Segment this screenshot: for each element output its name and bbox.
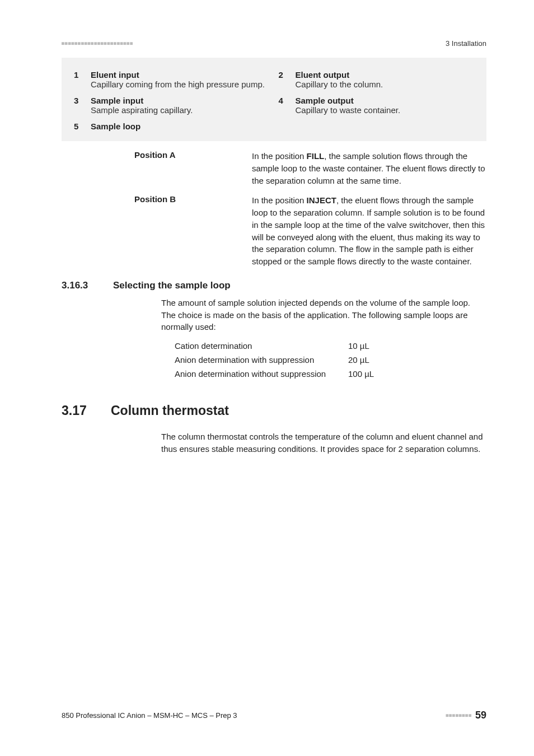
definition-cell: 2 Eluent output Capillary to the column.: [274, 67, 479, 92]
position-row: Position B In the position INJECT, the e…: [134, 194, 486, 268]
definition-title: Sample output: [296, 96, 475, 105]
position-bold: INJECT: [307, 195, 336, 205]
definition-row: 1 Eluent input Capillary coming from the…: [69, 67, 479, 92]
definitions-table: 1 Eluent input Capillary coming from the…: [62, 58, 486, 141]
definition-cell: 1 Eluent input Capillary coming from the…: [69, 67, 274, 92]
position-row: Position A In the position FILL, the sam…: [134, 150, 486, 186]
page-footer: 850 Professional IC Anion – MSM-HC – MCS…: [62, 710, 486, 721]
definition-desc: Capillary to the column.: [296, 80, 475, 89]
position-bold: FILL: [307, 151, 325, 161]
definition-number: 3: [74, 96, 84, 115]
sample-loop-table: Cation determination 10 µL Anion determi…: [62, 339, 486, 381]
definition-cell: 3 Sample input Sample aspirating capilla…: [69, 92, 274, 118]
loop-label: Anion determination without suppression: [175, 369, 348, 379]
section-title: Selecting the sample loop: [113, 280, 231, 291]
table-row: Anion determination with suppression 20 …: [175, 353, 486, 367]
definition-desc: Sample aspirating capillary.: [91, 105, 270, 115]
section-paragraph: The amount of sample solution injected d…: [62, 297, 486, 333]
footer-doc-title: 850 Professional IC Anion – MSM-HC – MCS…: [62, 711, 237, 720]
section-title: Column thermostat: [111, 403, 229, 418]
definition-number: 5: [74, 122, 84, 131]
loop-value: 10 µL: [348, 341, 369, 351]
header-dots-left: ■■■■■■■■■■■■■■■■■■■■■■: [62, 41, 133, 46]
footer-dots-icon: ■■■■■■■■: [446, 713, 472, 718]
loop-label: Cation determination: [175, 341, 348, 351]
position-text: In the position FILL, the sample solutio…: [252, 150, 486, 186]
loop-value: 100 µL: [348, 369, 374, 379]
loop-value: 20 µL: [348, 355, 369, 365]
section-paragraph: The column thermostat controls the tempe…: [62, 431, 486, 455]
position-label: Position A: [134, 150, 252, 186]
loop-label: Anion determination with suppression: [175, 355, 348, 365]
position-post: , the eluent flows through the sample lo…: [252, 195, 485, 266]
definition-title: Sample input: [91, 96, 270, 105]
table-row: Anion determination without suppression …: [175, 367, 486, 381]
definition-title: Sample loop: [91, 122, 270, 131]
section-heading-3163: 3.16.3 Selecting the sample loop: [62, 280, 486, 291]
definition-number: 2: [279, 70, 289, 89]
section-number: 3.16.3: [62, 280, 113, 291]
definition-number: 1: [74, 70, 84, 89]
definition-desc: Capillary to waste container.: [296, 105, 475, 115]
positions-block: Position A In the position FILL, the sam…: [62, 150, 486, 268]
definition-cell: 4 Sample output Capillary to waste conta…: [274, 92, 479, 118]
position-text: In the position INJECT, the eluent flows…: [252, 194, 486, 268]
position-pre: In the position: [252, 151, 307, 161]
definition-title: Eluent input: [91, 70, 270, 80]
page-number: 59: [475, 710, 486, 721]
definition-title: Eluent output: [296, 70, 475, 80]
section-heading-317: 3.17 Column thermostat: [62, 403, 486, 418]
table-row: Cation determination 10 µL: [175, 339, 486, 353]
page-header: ■■■■■■■■■■■■■■■■■■■■■■ 3 Installation: [62, 39, 486, 48]
definition-cell: 5 Sample loop: [69, 118, 274, 134]
definition-row: 3 Sample input Sample aspirating capilla…: [69, 92, 479, 118]
position-label: Position B: [134, 194, 252, 268]
position-pre: In the position: [252, 195, 307, 205]
chapter-label: 3 Installation: [446, 39, 486, 48]
definition-desc: Capillary coming from the high pressure …: [91, 80, 270, 89]
section-number: 3.17: [62, 403, 111, 418]
definition-row: 5 Sample loop: [69, 118, 479, 134]
definition-number: 4: [279, 96, 289, 115]
